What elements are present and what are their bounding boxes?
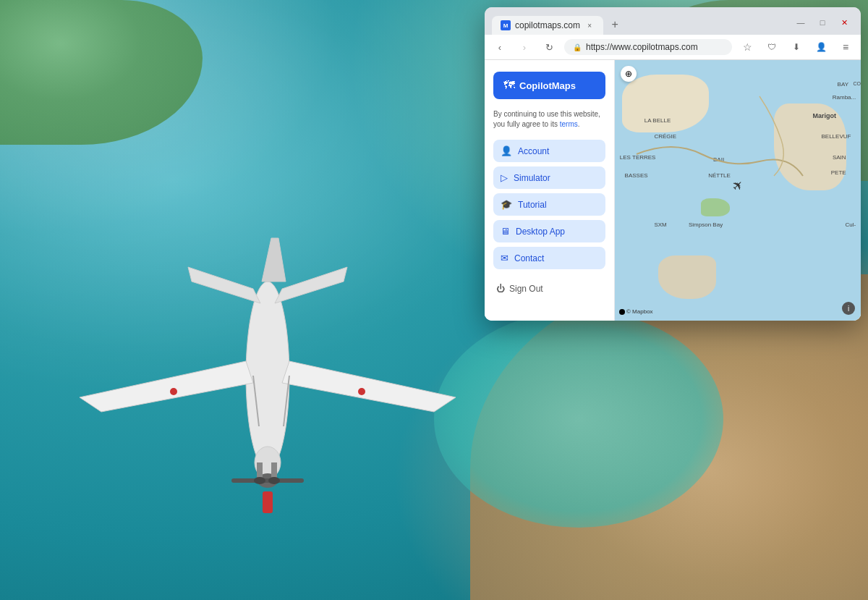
map-label-basses: BASSES	[625, 172, 648, 179]
account-icon: 👤	[501, 145, 512, 156]
sign-out-icon: ⏻	[496, 284, 505, 294]
map-label-nettle: NÉTTLE	[708, 172, 731, 179]
map-green-area	[701, 198, 730, 216]
sign-out-button[interactable]: ⏻ Sign Out	[493, 279, 605, 298]
map-label-lesterres: LES TERRES	[620, 154, 656, 161]
svg-point-0	[246, 282, 289, 470]
terms-link[interactable]: terms	[560, 120, 578, 128]
map-info-button[interactable]: i	[842, 302, 855, 315]
logo-icon: 🗺	[503, 79, 515, 92]
map-label-labelle: LA BELLE	[644, 117, 671, 124]
menu-button[interactable]: ≡	[836, 38, 855, 56]
map-label-simpson: Simpson Bay	[689, 221, 723, 228]
map-label-bellevuf: BELLEVUF	[822, 133, 851, 140]
map-label-baii: BAII	[713, 156, 724, 163]
menu-items: 👤 Account ▷ Simulator 🎓 Tutorial 🖥 Deskt…	[493, 140, 605, 269]
forward-button[interactable]: ›	[515, 38, 534, 56]
account-button[interactable]: 👤	[812, 38, 830, 56]
back-button[interactable]: ‹	[490, 38, 509, 56]
tab-close-button[interactable]: ×	[584, 20, 595, 30]
active-tab[interactable]: M copilotmaps.com ×	[492, 16, 603, 35]
compass-button[interactable]: ⊕	[621, 66, 637, 82]
lock-icon: 🔒	[573, 43, 582, 51]
refresh-button[interactable]: ↻	[540, 38, 558, 56]
contact-icon: ✉	[501, 253, 509, 263]
svg-rect-10	[263, 491, 273, 513]
map-panel[interactable]: ⊕ BAY Ramba... LA BELLE CRÉGIE LES TERRE…	[615, 60, 861, 321]
svg-point-11	[170, 388, 177, 395]
shield-button[interactable]: 🛡	[762, 38, 781, 56]
address-bar: ‹ › ↻ 🔒 https://www.copilotmaps.com ☆ 🛡 …	[485, 35, 861, 60]
map-label-sain: SAIN	[833, 154, 846, 161]
map-label-sxm: SXM	[654, 221, 666, 228]
svg-point-6	[254, 477, 265, 484]
menu-item-account-label: Account	[518, 146, 549, 156]
sign-out-label: Sign Out	[509, 284, 543, 294]
map-label-pete: PETE	[831, 169, 846, 176]
bookmark-button[interactable]: ☆	[738, 38, 757, 56]
mapbox-attribution: © Mapbox	[619, 308, 653, 315]
map-label-bay: BAY	[838, 81, 848, 88]
terms-text: By continuing to use this website, you f…	[493, 109, 605, 130]
airplane	[58, 224, 477, 528]
menu-item-contact-label: Contact	[514, 253, 544, 263]
browser-content: 🗺 CopilotMaps By continuing to use this …	[485, 60, 861, 321]
tab-title: copilotmaps.com	[515, 20, 580, 30]
menu-item-tutorial-label: Tutorial	[518, 200, 547, 210]
logo-text: CopilotMaps	[519, 80, 576, 91]
shallow-water	[434, 310, 723, 528]
mapbox-text: © Mapbox	[626, 308, 653, 315]
map-label-marigot: Marigot	[813, 112, 837, 119]
simulator-icon: ▷	[501, 172, 508, 183]
svg-rect-3	[231, 478, 304, 483]
map-label-ramba: Ramba...	[833, 94, 856, 101]
url-bar[interactable]: 🔒 https://www.copilotmaps.com	[564, 39, 732, 55]
browser-window: M copilotmaps.com × + — □ ✕ ‹ › ↻ 🔒 http…	[485, 7, 861, 321]
mapbox-dot	[619, 309, 625, 315]
map-label-cul: Cul-	[846, 221, 856, 228]
maximize-button[interactable]: □	[813, 13, 832, 32]
tab-favicon: M	[501, 20, 511, 30]
menu-item-contact[interactable]: ✉ Contact	[493, 247, 605, 269]
menu-item-desktop-app[interactable]: 🖥 Desktop App	[493, 220, 605, 242]
map-land-3	[658, 255, 716, 299]
url-text: https://www.copilotmaps.com	[586, 42, 698, 52]
menu-item-simulator-label: Simulator	[514, 173, 550, 183]
svg-point-12	[358, 388, 365, 395]
browser-chrome: M copilotmaps.com × + — □ ✕	[485, 7, 861, 35]
land-topleft	[0, 0, 203, 145]
menu-item-tutorial[interactable]: 🎓 Tutorial	[493, 193, 605, 216]
svg-point-7	[268, 477, 280, 484]
map-label-cregie: CRÉGIE	[654, 133, 676, 140]
tutorial-icon: 🎓	[501, 199, 512, 210]
left-panel: 🗺 CopilotMaps By continuing to use this …	[485, 60, 615, 321]
menu-item-desktop-app-label: Desktop App	[516, 227, 565, 237]
close-button[interactable]: ✕	[835, 13, 854, 32]
map-label-co: CO	[854, 81, 861, 86]
desktop-app-icon: 🖥	[501, 226, 510, 237]
new-tab-button[interactable]: +	[605, 14, 625, 35]
menu-item-account[interactable]: 👤 Account	[493, 140, 605, 162]
menu-item-simulator[interactable]: ▷ Simulator	[493, 166, 605, 189]
logo-area: 🗺 CopilotMaps	[493, 72, 605, 99]
download-button[interactable]: ⬇	[787, 38, 806, 56]
minimize-button[interactable]: —	[791, 13, 810, 32]
